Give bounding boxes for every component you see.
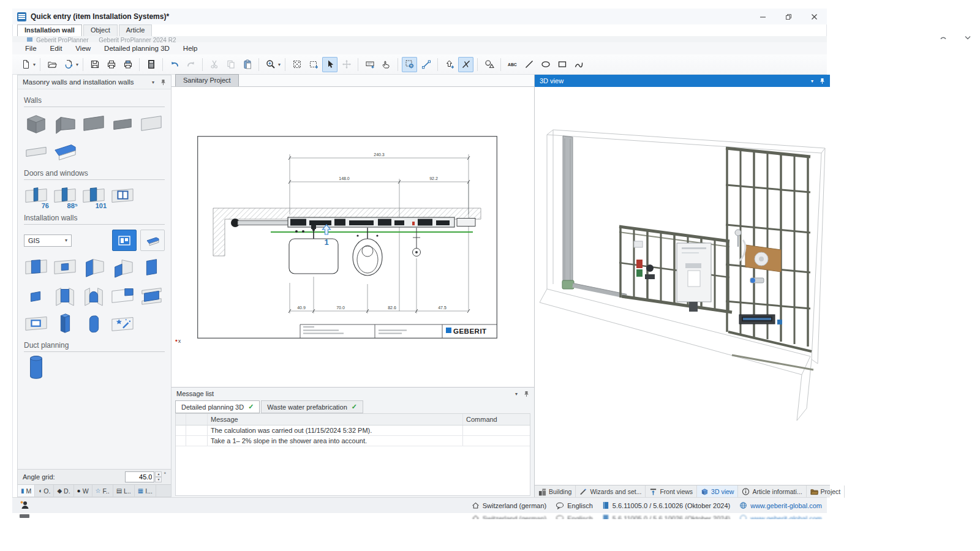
install-mode-frame-button[interactable] (112, 230, 137, 251)
thumb-inst-small-slab[interactable] (23, 283, 50, 307)
stepper-up-icon[interactable]: ▲ (155, 471, 162, 477)
catalog-tab-favorites[interactable]: ☆F.. (92, 485, 113, 497)
message-row[interactable]: The calculation was carried out (11/15/2… (176, 425, 530, 436)
stepper-down-icon[interactable]: ▼ (155, 477, 162, 482)
catalog-tab-water[interactable]: ●W (74, 485, 92, 497)
catalog-tab-duct[interactable]: ◆D. (54, 485, 74, 497)
thumb-door-101[interactable]: 101 (80, 184, 107, 208)
collapse-up-icon[interactable] (940, 35, 947, 40)
extrude-arrow-button[interactable] (442, 57, 457, 72)
view-tab-3d-view[interactable]: 3D view (697, 485, 738, 498)
copy-button[interactable] (223, 57, 238, 72)
system-select[interactable]: GIS▾ (24, 234, 72, 247)
zoom-dropdown-caret[interactable]: ▾ (278, 62, 281, 67)
tab-installation-wall[interactable]: Installation wall (17, 24, 82, 36)
dialog-titlebar[interactable]: Quick entry (item Installation Systems)* (12, 9, 827, 24)
catalog-panel-header[interactable]: Masonry walls and installation walls ▾ (18, 75, 171, 89)
undo-button[interactable] (167, 57, 182, 72)
new-document-button[interactable] (18, 57, 33, 72)
thumb-wall-prewall-selected[interactable] (51, 139, 78, 163)
thumb-window[interactable] (109, 184, 136, 208)
slope-tool-button[interactable] (458, 57, 473, 72)
pin-icon[interactable] (820, 78, 825, 84)
move-button[interactable] (339, 57, 354, 72)
thumb-inst-rounded-slab[interactable] (80, 311, 107, 335)
catalog-tab-installation[interactable]: ▦I... (135, 485, 156, 497)
angle-grid-stepper[interactable]: ▲▼ (155, 471, 162, 482)
dimension-note-button[interactable] (362, 57, 377, 72)
calculator-button[interactable] (143, 57, 159, 72)
message-list-caret[interactable]: ▾ (515, 391, 518, 397)
open-button[interactable] (44, 57, 59, 72)
view-tab-front-views[interactable]: Front views (646, 485, 697, 498)
zoom-window-button[interactable] (306, 57, 321, 72)
status-version[interactable]: 5.6.11005.0 / 5.6.10026 (Oktober 2024) (602, 501, 730, 509)
select-cursor-button[interactable] (322, 57, 337, 72)
catalog-tab-layers[interactable]: ▤L.. (113, 485, 135, 497)
plan-canvas[interactable]: •x (172, 87, 534, 387)
user-icon[interactable] (20, 500, 29, 510)
ellipse-button[interactable] (538, 57, 553, 72)
thumb-wall-dark[interactable] (80, 111, 107, 135)
3d-view-header[interactable]: 3D view ▾ (535, 75, 830, 87)
thumb-inst-inspection[interactable] (23, 311, 50, 335)
thumb-inst-partial-panel[interactable] (51, 255, 78, 279)
save-button[interactable] (87, 57, 102, 72)
view-tab-wizards[interactable]: Wizards and set... (576, 485, 646, 498)
menu-help[interactable]: Help (176, 42, 205, 54)
thumb-inst-corner-top[interactable] (109, 283, 136, 307)
text-button[interactable]: ABC (505, 57, 520, 72)
thumb-wall-light[interactable] (138, 111, 165, 135)
arc-button[interactable] (571, 57, 586, 72)
import-button[interactable] (61, 57, 76, 72)
view-tab-article-information[interactable]: Article informati... (738, 485, 806, 498)
3d-viewport[interactable] (535, 87, 830, 485)
message-tab-detailed-planning[interactable]: Detailed planning 3D✓ (175, 400, 260, 413)
panel-dropdown-caret[interactable]: ▾ (152, 80, 154, 85)
thumb-inst-corner-full[interactable] (80, 255, 107, 279)
print-button[interactable] (104, 57, 119, 72)
print-preview-button[interactable] (120, 57, 135, 72)
polyline-edit-button[interactable] (418, 57, 434, 72)
shapes-button[interactable] (481, 57, 497, 72)
rectangle-button[interactable] (554, 57, 570, 72)
pin-icon[interactable] (524, 391, 529, 397)
thumb-inst-h-frame[interactable] (138, 283, 165, 307)
menu-file[interactable]: File (18, 42, 43, 54)
view-tab-building[interactable]: Building (535, 485, 576, 498)
catalog-tab-objects[interactable]: ◖O. (35, 485, 54, 497)
thumb-inst-wizard[interactable] (109, 311, 136, 335)
zoom-button[interactable] (263, 57, 278, 72)
menu-view[interactable]: View (69, 42, 97, 54)
new-dropdown-caret[interactable]: ▾ (33, 62, 36, 67)
tab-article[interactable]: Article (119, 24, 153, 36)
redo-button[interactable] (183, 57, 198, 72)
close-button[interactable] (801, 9, 827, 24)
chevron-down-icon[interactable] (964, 35, 971, 40)
thumb-wall-corner[interactable] (51, 111, 78, 135)
pan-hand-button[interactable] (379, 57, 394, 72)
thumb-door-88[interactable]: 88⁵ (51, 184, 78, 208)
thumb-inst-column[interactable] (51, 311, 78, 335)
angle-grid-input[interactable] (125, 471, 154, 482)
catalog-tab-masonry[interactable]: ▮M (18, 485, 35, 497)
thumb-inst-corner-partial[interactable] (109, 255, 136, 279)
thumb-inst-u-shape[interactable] (51, 283, 78, 307)
thumb-inst-full-panel[interactable] (23, 255, 50, 279)
cut-button[interactable] (206, 57, 222, 72)
thumb-inst-arch[interactable] (80, 283, 107, 307)
pin-icon[interactable] (160, 79, 166, 86)
thumb-inst-slab[interactable] (138, 255, 165, 279)
status-website-link[interactable]: www.geberit-global.com (739, 501, 822, 509)
menu-detailed-planning-3d[interactable]: Detailed planning 3D (97, 42, 176, 54)
thumb-duct-cylinder[interactable] (23, 356, 50, 380)
document-tab-sanitary-project[interactable]: Sanitary Project (175, 74, 239, 86)
tab-object[interactable]: Object (83, 24, 118, 36)
zoom-extents-button[interactable] (289, 57, 304, 72)
status-language[interactable]: Englisch (556, 502, 593, 509)
thumb-wall-dark-small[interactable] (109, 111, 136, 135)
3d-view-caret[interactable]: ▾ (811, 78, 813, 84)
minimize-button[interactable] (750, 9, 775, 24)
thumb-wall-flat-light[interactable] (23, 139, 50, 163)
message-tab-waste-water[interactable]: Waste water prefabrication✓ (261, 400, 363, 413)
